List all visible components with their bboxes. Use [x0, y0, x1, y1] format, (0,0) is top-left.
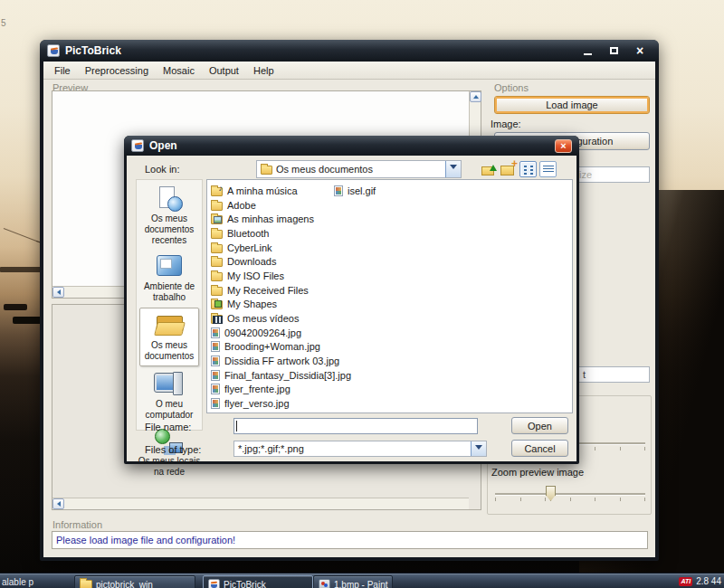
list-view-icon[interactable] [519, 161, 537, 177]
place-icon [153, 186, 186, 212]
scroll-up-button[interactable] [470, 91, 481, 102]
dialog-title: Open [149, 139, 177, 152]
file-row[interactable]: isel.gif [334, 184, 376, 198]
place-icon [153, 372, 186, 397]
file-row[interactable]: flyer_frente.jpg [211, 383, 351, 397]
taskbar-button[interactable]: pictobrick_win [74, 575, 195, 588]
files-of-type-combobox[interactable]: *.jpg;*.gif;*.png [233, 441, 487, 457]
menu-item[interactable]: Mosaic [156, 62, 202, 80]
dialog-titlebar[interactable]: Open × [124, 136, 579, 156]
text-caret [236, 421, 237, 432]
places-sidebar: Os meus documentos recentes Ambiente de … [136, 179, 203, 431]
look-in-label: Look in: [145, 164, 180, 175]
file-name: Adobe [227, 200, 256, 211]
file-name: As minhas imagens [227, 213, 314, 224]
place-item[interactable]: Os meus documentos recentes [137, 182, 202, 250]
menu-item[interactable]: File [47, 62, 78, 80]
ati-tray-icon[interactable]: ATI [679, 577, 692, 586]
left-arrow-icon [54, 501, 61, 507]
taskbar-button-label: 1.bmp - Paint [334, 580, 387, 588]
file-row[interactable]: flyer_verso.jpg [211, 396, 351, 411]
maximize-button[interactable] [605, 44, 622, 57]
zoom-slider-bottom-track[interactable] [495, 493, 645, 495]
file-row[interactable]: Final_fantasy_Dissidia[3].jpg [211, 368, 351, 383]
details-view-icon[interactable] [539, 161, 557, 177]
files-of-type-dropdown-button[interactable] [471, 441, 486, 456]
file-name: My ISO Files [227, 270, 284, 281]
up-arrow-icon [473, 92, 479, 99]
file-list-column-2: isel.gif [334, 184, 376, 198]
file-icon [211, 315, 223, 324]
file-icon [211, 398, 220, 409]
place-label: Ambiente de trabalho [138, 281, 201, 303]
system-tray: ATI 2.8 44 [679, 576, 721, 586]
file-row[interactable]: Dissidia FF artwork 03.jpg [211, 354, 351, 368]
java-app-icon [131, 139, 144, 152]
file-row[interactable]: Bluetooth [211, 226, 351, 241]
dialog-close-button[interactable]: × [555, 139, 572, 153]
file-row[interactable]: Os meus vídeos [211, 311, 351, 326]
taskbar: alable p pictobrick_win PicToBrick 1.bmp… [0, 573, 724, 588]
place-icon [153, 254, 186, 280]
look-in-value: Os meus documentos [276, 164, 373, 175]
file-row[interactable]: As minhas imagens [211, 212, 351, 226]
image-label: Image: [491, 119, 521, 129]
file-icon [211, 244, 223, 253]
open-dialog: Open × Look in: Os meus documentos Os me… [124, 136, 579, 464]
file-icon [211, 300, 223, 309]
file-row[interactable]: My Received Files [211, 283, 351, 298]
place-item[interactable]: Os meus documentos [139, 308, 199, 366]
zoom-preview-label: Zoom preview image [491, 467, 584, 478]
file-row[interactable]: Adobe [211, 198, 351, 213]
file-row[interactable]: Downloads [211, 254, 351, 269]
menu-item[interactable]: Help [246, 62, 281, 80]
place-item[interactable]: Ambiente de trabalho [137, 250, 202, 307]
file-icon [211, 215, 223, 224]
window-titlebar[interactable]: PicToBrick × [40, 40, 659, 62]
boat-silhouette [4, 304, 27, 310]
file-list[interactable]: A minha música Adobe As minhas imagens [206, 179, 573, 413]
file-name: Downloads [227, 256, 276, 267]
file-row[interactable]: 09042009264.jpg [211, 326, 351, 340]
close-button[interactable]: × [632, 44, 648, 57]
file-list-column-1: A minha música Adobe As minhas imagens [211, 184, 351, 411]
left-arrow-icon [54, 289, 61, 295]
file-row[interactable]: CyberLink [211, 241, 351, 255]
menu-bar: FilePreprocessingMosaicOutputHelp [43, 62, 655, 80]
load-image-button[interactable]: Load image [494, 96, 650, 114]
information-message: Please load image file and configuration… [56, 535, 235, 545]
taskbar-button[interactable]: 1.bmp - Paint [313, 575, 393, 588]
information-field: Please load image file and configuration… [52, 531, 648, 549]
open-button[interactable]: Open [511, 417, 568, 434]
taskbar-button[interactable]: PicToBrick [203, 575, 313, 588]
tray-status-text: 2.8 44 [696, 576, 721, 586]
place-label: Os meus documentos [141, 340, 197, 362]
file-icon [211, 356, 220, 366]
preview-bottom-hscrollbar[interactable] [52, 498, 469, 509]
scroll-left-button[interactable] [52, 287, 64, 298]
file-icon [211, 272, 223, 281]
menu-item[interactable]: Output [202, 62, 246, 80]
look-in-dropdown-button[interactable] [445, 161, 461, 177]
new-folder-icon[interactable] [500, 161, 518, 177]
minimize-button[interactable] [579, 44, 595, 57]
file-icon [211, 370, 220, 381]
file-row[interactable]: My Shapes [211, 298, 351, 312]
menu-item[interactable]: Preprocessing [78, 62, 156, 80]
file-name: Dissidia FF artwork 03.jpg [224, 356, 339, 366]
taskbar-app-icon [319, 579, 330, 588]
window-title: PicToBrick [65, 44, 121, 57]
file-name-input[interactable] [233, 418, 478, 434]
scroll-left-button[interactable] [52, 498, 64, 509]
taskbar-partial-text[interactable]: alable p [2, 577, 33, 587]
taskbar-app-icon [208, 579, 220, 588]
cancel-button[interactable]: Cancel [511, 440, 568, 457]
file-row[interactable]: My ISO Files [211, 269, 351, 283]
file-icon [211, 187, 223, 196]
taskbar-button-label: PicToBrick [224, 580, 266, 588]
look-in-combobox[interactable]: Os meus documentos [256, 160, 462, 178]
place-item[interactable]: O meu computador [137, 367, 202, 424]
file-row[interactable]: Brooding+Woman.jpg [211, 340, 351, 355]
file-row[interactable]: A minha música [211, 184, 351, 198]
up-one-level-icon[interactable] [481, 161, 499, 177]
